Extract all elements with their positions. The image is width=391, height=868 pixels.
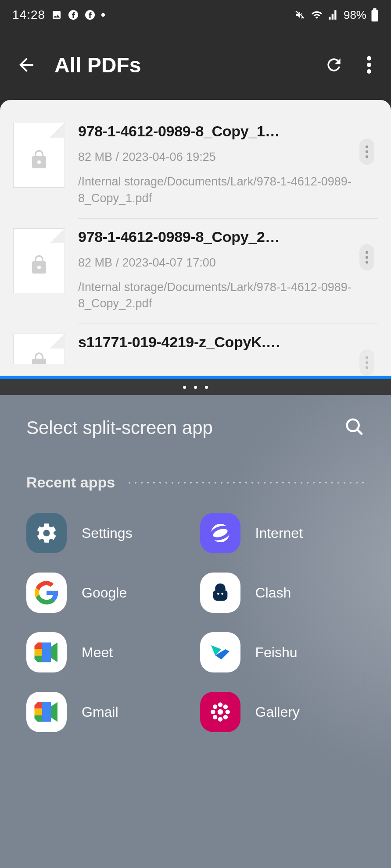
svg-point-14 bbox=[366, 361, 368, 364]
back-button[interactable] bbox=[13, 52, 39, 78]
feishu-icon bbox=[200, 632, 240, 672]
facebook-icon bbox=[85, 10, 95, 20]
app-label: Feishu bbox=[255, 644, 298, 661]
app-label: Settings bbox=[82, 525, 133, 541]
svg-point-4 bbox=[367, 56, 371, 60]
svg-point-29 bbox=[212, 715, 217, 719]
app-item-meet[interactable]: Meet bbox=[26, 632, 191, 672]
svg-point-9 bbox=[366, 155, 368, 158]
split-divider[interactable] bbox=[0, 376, 391, 379]
svg-point-28 bbox=[223, 704, 227, 709]
svg-line-17 bbox=[357, 430, 362, 435]
svg-point-15 bbox=[366, 366, 368, 369]
meet-icon bbox=[26, 632, 67, 672]
app-picker-panel: Select split-screen app Recent apps Sett… bbox=[0, 395, 391, 868]
app-label: Gmail bbox=[82, 704, 118, 720]
svg-point-12 bbox=[366, 261, 368, 263]
file-meta: 82 MB / 2023-04-06 19:25 bbox=[78, 150, 356, 164]
svg-point-30 bbox=[223, 715, 227, 719]
battery-percentage: 98% bbox=[344, 8, 366, 22]
file-path: /Internal storage/Documents/Lark/978-1-4… bbox=[78, 279, 356, 313]
refresh-button[interactable] bbox=[321, 52, 347, 78]
svg-rect-3 bbox=[373, 8, 377, 10]
app-label: Internet bbox=[255, 525, 303, 541]
file-thumbnail-icon bbox=[13, 228, 65, 293]
app-label: Gallery bbox=[255, 704, 300, 720]
wifi-icon bbox=[310, 9, 323, 21]
search-button[interactable] bbox=[344, 417, 365, 439]
svg-point-24 bbox=[218, 717, 222, 722]
svg-point-13 bbox=[366, 356, 368, 359]
app-item-internet[interactable]: Internet bbox=[200, 513, 365, 553]
file-list: 978-1-4612-0989-8_Copy_1… 82 MB / 2023-0… bbox=[0, 100, 391, 376]
app-item-settings[interactable]: Settings bbox=[26, 513, 191, 553]
page-title: All PDFs bbox=[54, 53, 321, 77]
overflow-menu-button[interactable] bbox=[360, 52, 378, 78]
mute-icon bbox=[294, 9, 306, 21]
svg-point-11 bbox=[366, 256, 368, 258]
gallery-icon bbox=[200, 692, 240, 732]
app-item-gallery[interactable]: Gallery bbox=[200, 692, 365, 732]
app-item-feishu[interactable]: Feishu bbox=[200, 632, 365, 672]
file-more-button[interactable] bbox=[356, 123, 378, 207]
settings-icon bbox=[26, 513, 67, 553]
app-item-google[interactable]: Google bbox=[26, 573, 191, 613]
file-more-button[interactable] bbox=[356, 228, 378, 313]
gmail-icon bbox=[26, 692, 67, 732]
file-meta: 82 MB / 2023-04-07 17:00 bbox=[78, 256, 356, 270]
svg-point-25 bbox=[211, 710, 215, 714]
file-path: /Internal storage/Documents/Lark/978-1-4… bbox=[78, 174, 356, 207]
file-thumbnail-icon bbox=[13, 123, 65, 188]
clash-icon bbox=[200, 573, 240, 613]
svg-point-26 bbox=[225, 710, 230, 714]
app-item-clash[interactable]: Clash bbox=[200, 573, 365, 613]
app-header: All PDFs bbox=[0, 30, 391, 100]
svg-point-7 bbox=[366, 146, 368, 148]
status-time: 14:28 bbox=[12, 8, 45, 22]
file-name: 978-1-4612-0989-8_Copy_2… bbox=[78, 228, 356, 245]
image-icon bbox=[51, 10, 62, 20]
app-grid: Settings Internet Google Clash Meet bbox=[0, 504, 391, 732]
status-bar: 14:28 98% bbox=[0, 0, 391, 30]
app-label: Meet bbox=[82, 644, 113, 661]
svg-point-6 bbox=[367, 69, 371, 74]
file-item[interactable]: 978-1-4612-0989-8_Copy_1… 82 MB / 2023-0… bbox=[0, 113, 391, 218]
svg-point-20 bbox=[217, 593, 219, 595]
file-more-button[interactable] bbox=[356, 334, 378, 376]
picker-title: Select split-screen app bbox=[26, 417, 213, 438]
svg-rect-2 bbox=[372, 10, 378, 21]
file-name: 978-1-4612-0989-8_Copy_1… bbox=[78, 123, 356, 140]
file-item[interactable]: s11771-019-4219-z_CopyK.… bbox=[0, 324, 391, 376]
file-name: s11771-019-4219-z_CopyK.… bbox=[78, 334, 356, 351]
signal-icon bbox=[328, 9, 339, 21]
svg-point-27 bbox=[212, 704, 217, 709]
svg-point-23 bbox=[218, 702, 222, 707]
google-icon bbox=[26, 573, 67, 613]
svg-point-8 bbox=[366, 150, 368, 153]
facebook-icon bbox=[68, 10, 79, 20]
svg-point-5 bbox=[367, 63, 371, 67]
notification-dot-icon bbox=[101, 13, 105, 17]
app-label: Google bbox=[82, 585, 127, 601]
svg-point-21 bbox=[221, 593, 223, 595]
pdf-app-panel: All PDFs 978-1-4612-0989-8_Copy_1… 82 MB… bbox=[0, 30, 391, 376]
app-item-gmail[interactable]: Gmail bbox=[26, 692, 191, 732]
section-divider bbox=[126, 482, 365, 484]
internet-icon bbox=[200, 513, 240, 553]
file-thumbnail-icon bbox=[13, 334, 65, 364]
app-label: Clash bbox=[255, 585, 291, 601]
svg-point-22 bbox=[217, 709, 223, 715]
svg-point-16 bbox=[347, 420, 359, 431]
file-item[interactable]: 978-1-4612-0989-8_Copy_2… 82 MB / 2023-0… bbox=[0, 219, 391, 324]
section-label: Recent apps bbox=[26, 474, 115, 491]
svg-point-10 bbox=[366, 251, 368, 253]
split-handle[interactable] bbox=[0, 379, 391, 395]
battery-icon bbox=[371, 8, 379, 21]
